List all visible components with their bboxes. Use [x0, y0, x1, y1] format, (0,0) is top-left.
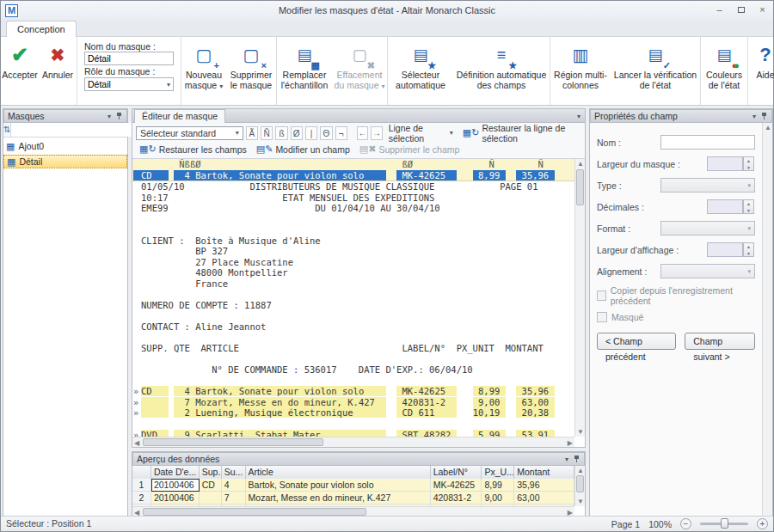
grid-cell[interactable]: 63,00	[514, 492, 574, 504]
pin-icon[interactable]	[116, 112, 123, 120]
verify-report-button[interactable]: ▤✓ Lancer la vérification de l'état	[611, 40, 700, 101]
field-highlight[interactable]	[141, 407, 169, 418]
accept-button[interactable]: ✔ Accepter	[1, 40, 39, 101]
field-highlight[interactable]: Bartok, Sonate pour violon solo	[195, 386, 385, 396]
auto-fields-button[interactable]: ≡★ Définition automatique des champs	[453, 40, 550, 101]
replace-sample-button[interactable]: ▤▦ Remplacer l'échantillon	[277, 40, 332, 101]
trap-alpha-button[interactable]: Ã	[246, 126, 258, 140]
pin-icon[interactable]	[574, 455, 580, 463]
grid-cell[interactable]: 20100406	[151, 492, 200, 504]
scroll-up-icon[interactable]: ▲	[765, 124, 771, 131]
mask-list-item[interactable]: ▦Ajout0	[3, 139, 127, 153]
close-icon[interactable]: ×	[755, 3, 770, 16]
restore-icon[interactable]	[734, 3, 748, 16]
field-highlight[interactable]: 8,99	[473, 170, 506, 180]
field-highlight[interactable]: 4	[174, 386, 195, 396]
mask-name-input[interactable]	[84, 52, 174, 65]
scroll-up-icon[interactable]: ▲	[577, 467, 584, 474]
report-sample-area[interactable]: 01/05/10 DISTRIBUTEURS DE MUSIQUE CLASSI…	[132, 181, 585, 437]
chevron-down-icon[interactable]: ▾	[108, 113, 111, 120]
field-highlight[interactable]: 4	[174, 170, 195, 180]
multi-column-button[interactable]: ▥ Région multi-colonnes	[550, 40, 611, 101]
trap-theta-button[interactable]: Θ	[320, 126, 332, 140]
grid-column-header[interactable]	[132, 466, 151, 480]
scroll-left-icon[interactable]: ◀	[134, 439, 139, 447]
data-preview-grid[interactable]: Date D'e...Sup...Su...ArticleLabel/N°Px_…	[132, 466, 574, 506]
grid-cell[interactable]: 9,00	[482, 492, 514, 504]
field-highlight[interactable]: 35,96	[516, 386, 554, 396]
grid-column-header[interactable]: Montant	[514, 466, 574, 480]
new-mask-button[interactable]: ▢+ Nouveau masque ▾	[181, 40, 226, 101]
hidden-checkbox[interactable]	[597, 312, 607, 322]
mask-trap-area[interactable]: ÑßßØ ßØ Ñ ÑCD 4 Bartok, Sonate pour viol…	[132, 159, 585, 181]
decimals-stepper[interactable]: ▲▼	[707, 199, 743, 214]
scroll-right-icon[interactable]: ▶	[568, 439, 573, 447]
shift-right-button[interactable]: →	[371, 126, 382, 140]
next-field-button[interactable]: Champ suivant >	[685, 333, 755, 350]
grid-column-header[interactable]: Article	[246, 466, 431, 480]
editor-tab[interactable]: Éditeur de masque	[134, 109, 225, 123]
grid-column-header[interactable]: Su...	[222, 466, 246, 480]
help-button[interactable]: ? Aide	[748, 40, 774, 101]
grid-cell[interactable]: MK-42625	[431, 479, 482, 492]
copy-previous-checkbox[interactable]	[597, 290, 606, 301]
trap-numeric-button[interactable]: Ñ	[261, 126, 273, 140]
grid-cell[interactable]: 4	[222, 479, 246, 492]
grid-column-header[interactable]: Label/N°	[431, 466, 482, 480]
chevron-down-icon[interactable]: ▾	[752, 113, 756, 120]
grid-column-header[interactable]: Px_U...	[482, 466, 514, 480]
grid-cell[interactable]: Mozart, Messe en do mineur, K.427	[246, 492, 431, 504]
scroll-down-icon[interactable]: ▼	[577, 428, 584, 436]
field-highlight[interactable]: CD 611	[396, 407, 457, 418]
selector-combo[interactable]: Sélecteur standard▾	[136, 126, 243, 140]
zoom-out-button[interactable]: −	[680, 518, 691, 529]
name-field[interactable]	[660, 135, 755, 150]
field-highlight[interactable]: MK-42625	[396, 386, 457, 396]
chevron-down-icon[interactable]: ▾	[565, 456, 568, 463]
mask-list-item[interactable]: ▦Détail	[3, 155, 127, 168]
field-highlight[interactable]: 420831-2	[396, 397, 457, 407]
restore-fields-button[interactable]: ▦↻ Restaurer les champs	[136, 142, 250, 156]
pin-icon[interactable]	[761, 112, 768, 120]
mask-width-stepper[interactable]: ▲▼	[707, 156, 743, 171]
field-highlight[interactable]: 20,38	[516, 407, 554, 418]
grid-cell[interactable]: Bartok, Sonate pour violon solo	[246, 479, 431, 492]
trap-blank-button[interactable]: ß	[275, 126, 287, 140]
zoom-in-button[interactable]: +	[757, 518, 768, 529]
report-colors-button[interactable]: ▤●● Couleurs de l'état	[701, 40, 747, 101]
grid-cell[interactable]: 35,96	[514, 479, 574, 492]
field-highlight[interactable]: 7	[174, 397, 195, 407]
cancel-button[interactable]: ✖ Annuler	[39, 40, 77, 101]
selection-line-button[interactable]: Ligne de sélection▾	[385, 125, 457, 140]
editor-horizontal-scrollbar[interactable]: ◀ ▶	[132, 437, 574, 447]
zoom-slider[interactable]	[700, 523, 748, 525]
field-highlight[interactable]: 2	[174, 407, 195, 418]
field-highlight[interactable]: CD	[141, 386, 169, 396]
sort-icon[interactable]: ⇅	[3, 123, 11, 137]
field-highlight[interactable]: 63,00	[516, 397, 554, 407]
field-highlight[interactable]: Mozart, Messe en do mineur, K.427	[195, 397, 385, 407]
grid-cell[interactable]: 8,99	[482, 479, 514, 492]
delete-mask-button[interactable]: ▢× Supprimer le masque	[226, 40, 276, 101]
grid-vertical-scrollbar[interactable]: ▲ ▼	[574, 466, 585, 506]
scroll-down-icon[interactable]: ▼	[577, 498, 584, 505]
minimize-icon[interactable]: –	[712, 3, 727, 16]
trap-nonblank-button[interactable]: Ø	[291, 126, 303, 140]
tab-conception[interactable]: Conception	[6, 21, 77, 38]
trap-pipe-button[interactable]: |	[305, 126, 317, 140]
field-highlight[interactable]: Bartok, Sonate pour violon solo	[195, 170, 385, 180]
auto-selector-button[interactable]: ▤★ Sélecteur automatique	[388, 40, 453, 101]
grid-cell[interactable]: 20100406	[151, 479, 200, 492]
grid-cell[interactable]: 420831-2	[431, 492, 482, 504]
restore-selection-line-button[interactable]: ▦↻ Restaurer la ligne de sélection	[459, 125, 581, 140]
scroll-up-icon[interactable]: ▲	[577, 160, 584, 168]
grid-column-header[interactable]: Sup...	[200, 466, 222, 480]
field-highlight[interactable]: 8,99	[473, 386, 506, 396]
display-width-stepper[interactable]: ▲▼	[707, 242, 743, 257]
field-highlight[interactable]: MK-42625	[396, 170, 457, 180]
grid-cell[interactable]	[200, 492, 222, 504]
row-number[interactable]: 2	[132, 492, 151, 504]
grid-cell[interactable]: 7	[222, 492, 246, 504]
grid-cell[interactable]: CD	[200, 479, 222, 492]
zoom-slider-thumb[interactable]	[721, 518, 728, 529]
